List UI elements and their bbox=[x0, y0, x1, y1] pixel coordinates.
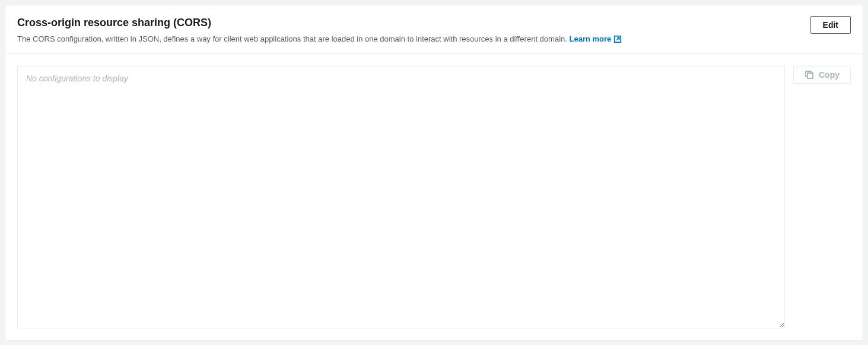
copy-label: Copy bbox=[819, 70, 840, 80]
copy-button[interactable]: Copy bbox=[793, 66, 851, 84]
edit-button[interactable]: Edit bbox=[810, 16, 851, 34]
external-link-icon bbox=[613, 35, 622, 43]
panel-title: Cross-origin resource sharing (CORS) bbox=[17, 16, 799, 30]
panel-header: Cross-origin resource sharing (CORS) The… bbox=[5, 5, 863, 54]
panel-body: Copy bbox=[5, 54, 863, 340]
learn-more-label: Learn more bbox=[569, 33, 611, 45]
cors-config-textarea[interactable] bbox=[17, 66, 785, 328]
header-text-block: Cross-origin resource sharing (CORS) The… bbox=[17, 16, 810, 45]
cors-panel: Cross-origin resource sharing (CORS) The… bbox=[5, 5, 863, 341]
description-text: The CORS configuration, written in JSON,… bbox=[17, 34, 569, 43]
panel-description: The CORS configuration, written in JSON,… bbox=[17, 33, 799, 45]
learn-more-link[interactable]: Learn more bbox=[569, 33, 622, 45]
copy-icon bbox=[805, 70, 814, 80]
svg-rect-1 bbox=[807, 73, 813, 78]
